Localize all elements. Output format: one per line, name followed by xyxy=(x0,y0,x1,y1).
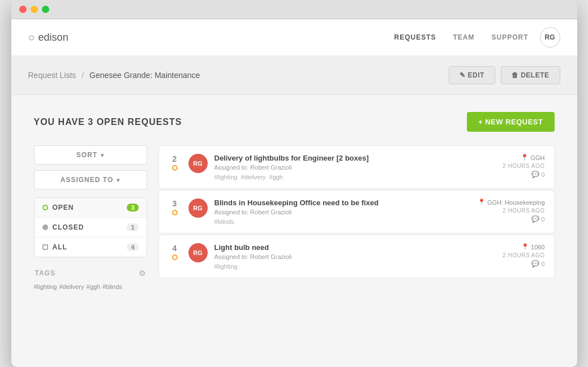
nav-links: REQUESTS TEAM SUPPORT xyxy=(394,33,528,41)
logo-icon: ○ xyxy=(28,31,35,44)
status-all-count: 4 xyxy=(127,243,138,251)
req-comments: 💬 0 xyxy=(531,171,544,178)
comment-count: 0 xyxy=(541,171,544,178)
tags-header: TAGS ⚙ xyxy=(34,269,147,278)
breadcrumb-current: Genesee Grande: Maintenance xyxy=(89,71,200,80)
tags-title: TAGS xyxy=(35,269,55,277)
breadcrumb-actions: ✎ EDIT 🗑 DELETE xyxy=(449,66,560,84)
req-tags: #lighting xyxy=(214,263,476,270)
req-number: 2 xyxy=(173,155,177,163)
comment-count: 0 xyxy=(541,261,544,267)
status-closed[interactable]: CLOSED 1 xyxy=(35,218,147,238)
status-all-label: ALL xyxy=(53,243,123,251)
req-tag-0[interactable]: #blinds xyxy=(214,218,234,225)
req-tag-2[interactable]: #ggh xyxy=(269,174,283,180)
req-meta: 📍 GGH: Housekeeping 2 HOURS AGO 💬 0 xyxy=(478,198,545,223)
location-text: GGH xyxy=(530,154,544,161)
requests-list: 2 RG Delivery of lightbulbs for Engineer… xyxy=(158,145,555,350)
req-meta: 📍 1060 2 HOURS AGO 💬 0 xyxy=(483,243,545,267)
sort-label: SORT xyxy=(76,151,97,159)
req-assignee: Assigned to: Robert Grazioli xyxy=(214,164,476,171)
nav-support[interactable]: SUPPORT xyxy=(491,33,528,41)
tags-list: #lighting #deilvery #ggh #blinds xyxy=(34,283,147,290)
open-icon xyxy=(42,205,48,210)
status-open-count: 3 xyxy=(127,204,138,211)
status-closed-count: 1 xyxy=(127,223,138,231)
req-number: 4 xyxy=(173,244,177,252)
sidebar: SORT ▾ ASSIGNED TO ▾ OPEN 3 CLOSED xyxy=(34,145,147,350)
req-number-col: 3 xyxy=(168,198,182,215)
req-body: Blinds in Housekeeping Office need to be… xyxy=(214,198,471,225)
req-body: Delivery of lightbulbs for Engineer [2 b… xyxy=(214,154,476,180)
priority-dot xyxy=(172,254,178,260)
app-window: ○ edison REQUESTS TEAM SUPPORT RG Reques… xyxy=(11,0,577,367)
req-location: 📍 GGH: Housekeeping xyxy=(478,198,545,206)
tag-lighting[interactable]: #lighting xyxy=(34,283,57,290)
req-avatar: RG xyxy=(188,154,208,173)
closed-icon xyxy=(42,224,48,230)
assigned-to-label: ASSIGNED TO xyxy=(61,176,113,184)
req-tag-0[interactable]: #lighting xyxy=(214,263,238,270)
user-avatar[interactable]: RG xyxy=(540,27,560,48)
breadcrumb-bar: Request Lists / Genesee Grande: Maintena… xyxy=(11,56,577,95)
delete-button[interactable]: 🗑 DELETE xyxy=(501,66,560,84)
main-content: YOU HAVE 3 OPEN REQUESTS + NEW REQUEST S… xyxy=(11,95,577,367)
comment-icon: 💬 xyxy=(531,171,539,178)
minimize-dot[interactable] xyxy=(31,6,38,13)
request-card[interactable]: 4 RG Light bulb need Assigned to: Robert… xyxy=(158,235,555,278)
location-pin-icon: 📍 xyxy=(478,198,486,206)
req-tag-1[interactable]: #deilvery xyxy=(241,174,265,180)
req-title: Light bulb need xyxy=(214,243,476,252)
new-request-button[interactable]: + NEW REQUEST xyxy=(467,112,555,132)
status-closed-label: CLOSED xyxy=(53,223,123,231)
req-tags: #blinds xyxy=(214,218,471,225)
maximize-dot[interactable] xyxy=(42,6,49,13)
assigned-to-button[interactable]: ASSIGNED TO ▾ xyxy=(34,170,147,189)
tag-deilvery[interactable]: #deilvery xyxy=(59,283,84,290)
location-pin-icon: 📍 xyxy=(521,243,529,251)
status-open[interactable]: OPEN 3 xyxy=(35,198,147,218)
req-body: Light bulb need Assigned to: Robert Graz… xyxy=(214,243,476,270)
req-number-col: 4 xyxy=(168,243,182,260)
req-avatar: RG xyxy=(188,243,208,262)
breadcrumb-parent[interactable]: Request Lists xyxy=(28,71,76,80)
req-tags: #lighting #deilvery #ggh xyxy=(214,174,476,180)
req-tag-0[interactable]: #lighting xyxy=(214,174,238,180)
priority-dot xyxy=(172,165,178,171)
req-time: 2 HOURS AGO xyxy=(503,252,544,258)
nav-requests[interactable]: REQUESTS xyxy=(394,33,436,41)
breadcrumb-separator: / xyxy=(81,71,84,80)
request-card[interactable]: 2 RG Delivery of lightbulbs for Engineer… xyxy=(158,145,555,189)
req-comments: 💬 0 xyxy=(531,215,544,223)
all-icon xyxy=(42,244,48,250)
req-location: 📍 GGH xyxy=(521,154,544,161)
location-pin-icon: 📍 xyxy=(521,154,529,161)
req-avatar: RG xyxy=(188,198,208,218)
status-all[interactable]: ALL 4 xyxy=(35,238,147,257)
logo-text: edison xyxy=(38,32,68,44)
location-text: 1060 xyxy=(531,244,544,251)
req-title: Delivery of lightbulbs for Engineer [2 b… xyxy=(214,154,476,162)
tags-settings-icon[interactable]: ⚙ xyxy=(139,269,146,278)
content-layout: SORT ▾ ASSIGNED TO ▾ OPEN 3 CLOSED xyxy=(34,145,555,350)
edit-button[interactable]: ✎ EDIT xyxy=(449,66,495,84)
comment-icon: 💬 xyxy=(531,215,539,223)
req-title: Blinds in Housekeeping Office need to be… xyxy=(214,198,471,207)
navbar: ○ edison REQUESTS TEAM SUPPORT RG xyxy=(11,19,577,56)
sort-caret: ▾ xyxy=(101,152,104,158)
location-text: GGH: Housekeeping xyxy=(487,199,545,206)
title-bar xyxy=(11,0,577,19)
nav-team[interactable]: TEAM xyxy=(453,33,474,41)
sort-button[interactable]: SORT ▾ xyxy=(34,145,147,165)
req-number-col: 2 xyxy=(168,154,182,171)
request-card[interactable]: 3 RG Blinds in Housekeeping Office need … xyxy=(158,190,555,234)
status-list: OPEN 3 CLOSED 1 ALL 4 xyxy=(34,197,147,257)
tag-ggh[interactable]: #ggh xyxy=(87,283,100,290)
req-time: 2 HOURS AGO xyxy=(503,163,544,169)
tag-blinds[interactable]: #blinds xyxy=(102,283,122,290)
comment-count: 0 xyxy=(541,216,544,223)
close-dot[interactable] xyxy=(19,6,27,13)
tags-section: TAGS ⚙ #lighting #deilvery #ggh #blinds xyxy=(34,269,147,290)
req-time: 2 HOURS AGO xyxy=(503,208,544,214)
req-number: 3 xyxy=(173,200,177,208)
